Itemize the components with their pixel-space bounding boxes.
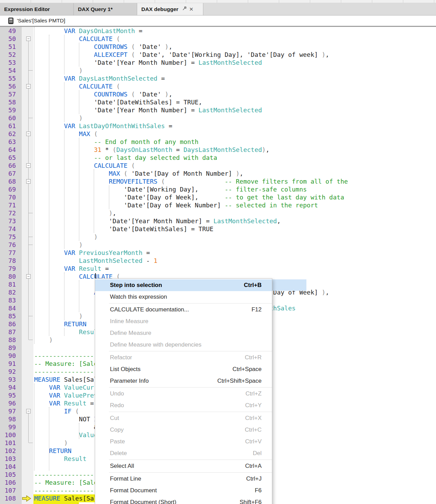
code-text[interactable]: ) <box>33 114 83 122</box>
code-text[interactable]: VAR DaysLastMonthSelected = <box>33 74 165 82</box>
line-number: 89 <box>0 344 16 352</box>
code-text[interactable]: 31 * (DaysOnLastMonth = DaysLastMonthSel… <box>33 146 270 154</box>
line-number: 104 <box>0 463 16 471</box>
fold-slot <box>16 90 33 98</box>
fold-toggle[interactable]: − <box>26 409 31 413</box>
menu-item-paste: PasteCtrl+V <box>95 436 272 448</box>
code-text[interactable]: ALLEXCEPT ( 'Date', 'Date'[Working Day],… <box>33 51 329 59</box>
line-number: 65 <box>0 154 16 162</box>
line-number: 106 <box>0 479 16 486</box>
code-text[interactable]: 'Date'[Day of Week Number] -- selected i… <box>33 201 318 209</box>
code-line: 53 'Date'[Year Month Number] = LastMonth… <box>0 59 436 66</box>
close-icon[interactable]: ✕ <box>189 7 194 12</box>
menu-item-format-line[interactable]: Format LineCtrl+J <box>95 473 272 485</box>
code-text[interactable] <box>33 344 34 352</box>
code-text[interactable]: COUNTROWS ( 'Date' ), <box>33 43 172 51</box>
tab-dax-debugger[interactable]: DAX debugger✕ <box>137 3 203 15</box>
code-text[interactable]: -- End of month of any month <box>33 138 199 146</box>
fold-slot <box>16 360 33 368</box>
menu-item-label: Delete <box>110 450 127 457</box>
code-text[interactable]: 'Date'[DateWithSales] = TRUE <box>33 225 213 233</box>
line-number: 105 <box>0 471 16 479</box>
code-text[interactable]: 'Date'[Year Month Number] = LastMonthSel… <box>33 59 262 66</box>
code-text[interactable]: 'Date'[DateWithSales] = TRUE, <box>33 98 202 106</box>
menu-item-cut: CutCtrl+X <box>95 412 272 424</box>
code-text[interactable]: Result <box>33 328 101 336</box>
fold-slot <box>16 288 33 296</box>
code-text[interactable]: RETURN <box>33 320 87 328</box>
code-text[interactable]: 'Date'[Year Month Number] = LastMonthSel… <box>33 217 281 225</box>
code-text[interactable]: RETURN <box>33 447 71 455</box>
fold-toggle[interactable]: − <box>26 132 31 136</box>
code-text[interactable]: CALCULATE ( <box>33 35 120 43</box>
menu-item-label: List Objects <box>110 366 141 373</box>
code-text[interactable]: ), <box>33 209 116 217</box>
code-text[interactable] <box>33 463 34 471</box>
fold-slot <box>16 455 33 463</box>
code-text[interactable]: ) <box>33 66 83 74</box>
code-text[interactable]: Result <box>33 455 87 463</box>
code-text[interactable]: VAR DaysOnLastMonth = <box>33 27 142 35</box>
code-text[interactable]: ) <box>33 312 83 320</box>
fold-slot <box>16 447 33 455</box>
line-number: 59 <box>0 106 16 114</box>
menu-item-step-into-selection[interactable]: Step into selectionCtrl+B <box>95 279 272 291</box>
code-text[interactable]: VAR LastDayOfMonthWithSales = <box>33 122 172 130</box>
line-number: 70 <box>0 193 16 201</box>
code-text[interactable]: VAR Result = <box>33 265 109 272</box>
pin-icon[interactable] <box>182 6 187 12</box>
menu-item-watch-this-expression[interactable]: Watch this expression <box>95 291 272 303</box>
code-text[interactable]: VAR Result = <box>33 399 94 407</box>
menu-item-parameter-info[interactable]: Parameter InfoCtrl+Shift+Space <box>95 375 272 387</box>
fold-toggle[interactable]: − <box>26 163 31 168</box>
fold-toggle[interactable]: − <box>26 37 31 41</box>
menu-item-list-objects[interactable]: List ObjectsCtrl+Space <box>95 363 272 375</box>
code-line: 74 'Date'[DateWithSales] = TRUE <box>0 225 436 233</box>
code-line: 50 CALCULATE ( <box>0 35 436 43</box>
tab-expression-editor[interactable]: Expression Editor <box>0 3 74 15</box>
menu-item-define-measure: Define Measure <box>95 327 272 339</box>
fold-toggle[interactable]: − <box>26 84 31 89</box>
code-text[interactable]: ) <box>33 336 53 344</box>
code-text[interactable]: CALCULATE ( <box>33 162 135 169</box>
fold-slot <box>16 138 33 146</box>
menu-item-shortcut: Ctrl+Space <box>232 366 262 373</box>
menu-item-calculate-documentation[interactable]: CALCULATE documentation...F12 <box>95 304 272 316</box>
tab-label: Expression Editor <box>4 6 50 12</box>
code-line: 76 ) <box>0 241 436 249</box>
code-text[interactable]: MAX ( <box>33 130 98 138</box>
menu-item-format-document[interactable]: Format DocumentF6 <box>95 485 272 496</box>
code-text[interactable]: MAX ( 'Date'[Day of Month Number] ), <box>33 169 243 177</box>
code-line: 78 LastMonthSelected - 1 <box>0 257 436 265</box>
code-text[interactable]: IF ( <box>33 407 79 415</box>
menu-item-label: Define Measure with dependencies <box>110 341 202 348</box>
code-line: 65 -- or last day selected with data <box>0 154 436 162</box>
code-text[interactable]: ) <box>33 233 98 241</box>
code-text[interactable]: ) <box>33 439 68 447</box>
fold-slot <box>16 463 33 471</box>
menu-item-select-all[interactable]: Select AllCtrl+A <box>95 460 272 472</box>
code-text[interactable]: LastMonthSelected - 1 <box>33 257 158 265</box>
code-text[interactable]: CALCULATE ( <box>33 82 120 90</box>
code-text[interactable]: 'Date'[Year Month Number] = LastMonthSel… <box>33 106 262 114</box>
menu-item-label: Watch this expression <box>110 294 167 300</box>
code-text[interactable]: REMOVEFILTERS ( -- Remove filters from a… <box>33 177 348 185</box>
code-text[interactable]: 'Date'[Day of Week], -- to get the last … <box>33 193 344 201</box>
code-text[interactable]: -- or last day selected with data <box>33 154 217 162</box>
code-text[interactable]: VAR PreviousYearMonth = <box>33 249 150 257</box>
menu-item-format-document-short[interactable]: Format Document (Short)Shift+F6 <box>95 496 272 504</box>
fold-toggle[interactable]: − <box>26 179 31 184</box>
fold-toggle[interactable]: − <box>26 274 31 279</box>
code-text[interactable]: COUNTROWS ( 'Date' ), <box>33 90 172 98</box>
code-text[interactable]: 'Date'[Working Day], -- filter-safe colu… <box>33 185 307 193</box>
code-text[interactable]: DIVIDE ( <box>33 502 79 504</box>
fold-slot <box>16 249 33 257</box>
fold-slot <box>16 177 33 185</box>
code-line: 63 -- End of month of any month <box>0 138 436 146</box>
code-text[interactable]: ) <box>33 241 83 249</box>
code-line: 77 VAR PreviousYearMonth = <box>0 249 436 257</box>
tab-dax-query-1[interactable]: DAX Query 1* <box>74 3 137 15</box>
fold-slot <box>16 130 33 138</box>
menu-item-label: Inline Measure <box>110 318 149 325</box>
fold-slot <box>16 169 33 177</box>
